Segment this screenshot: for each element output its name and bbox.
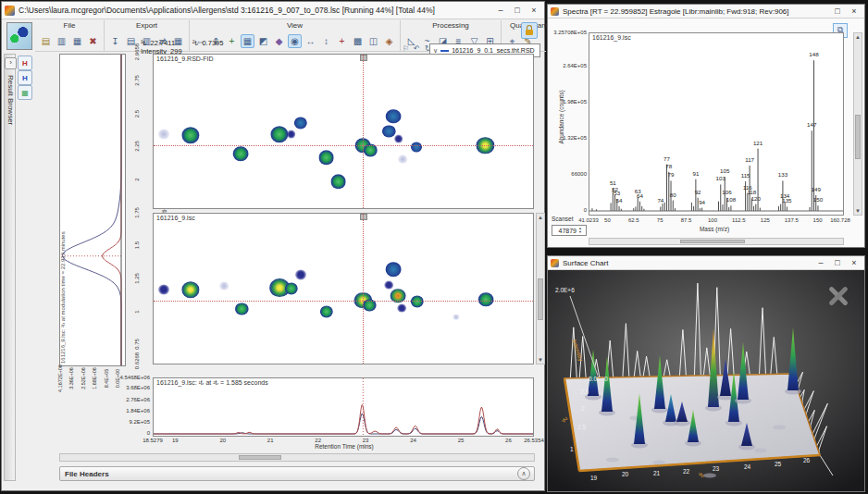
scanset-spinner[interactable]: 47879 ▲▼: [552, 225, 587, 236]
peak-blob[interactable]: [397, 303, 406, 312]
modulation-profile-plot[interactable]: 161216_9.lsc: ²tᵣ at modulation time = 2…: [59, 54, 126, 366]
surface-3d-chart[interactable]: 2.0E+60.0E+0Intensity2.521.51²tᵣ19202122…: [548, 270, 864, 491]
surface-maximize-button[interactable]: □: [830, 258, 845, 268]
crosshair-marker-icon[interactable]: [360, 55, 367, 61]
peak-blob[interactable]: [384, 281, 393, 290]
peak-blob[interactable]: [295, 270, 306, 280]
minimize-button[interactable]: –: [493, 5, 508, 17]
tick-label: 66000: [548, 171, 587, 177]
cursor-icon[interactable]: ◆: [272, 34, 286, 48]
surface-titlebar[interactable]: Surface Chart – □ ×: [548, 256, 864, 270]
peak-blob[interactable]: [453, 314, 459, 320]
fid-view-button[interactable]: H: [18, 70, 32, 85]
spectra-vscroll-thumb[interactable]: [855, 115, 861, 159]
spectra-horizontal-scrollbar[interactable]: [589, 238, 844, 245]
spectra-scroll-up-icon[interactable]: ▲: [854, 34, 862, 40]
result-browser-panel[interactable]: › Result Browser: [4, 54, 16, 481]
zoom-box-icon[interactable]: ▦: [241, 34, 254, 48]
peak-blob[interactable]: [285, 282, 298, 294]
spectra-maximize-button[interactable]: □: [830, 6, 845, 17]
spectrum-plot-area[interactable]: 161216_9.lsc 515253546364747778798091929…: [589, 32, 844, 216]
spinner-arrows-icon[interactable]: ▲▼: [578, 227, 586, 234]
spectra-titlebar[interactable]: Spectra [RT = 22.959852] Estragole [Libr…: [548, 5, 864, 19]
close-button[interactable]: ×: [527, 5, 541, 17]
app-launcher-icon[interactable]: [6, 22, 32, 50]
peak-blob[interactable]: [386, 109, 402, 123]
modulation-profile-chart: [60, 55, 125, 365]
expand-sidebar-button[interactable]: ›: [5, 57, 17, 69]
peak-blob[interactable]: [330, 174, 346, 188]
scroll-up-icon[interactable]: ▲: [537, 215, 544, 220]
grid-icon[interactable]: ▩: [351, 34, 365, 48]
peak-blob[interactable]: [394, 135, 403, 143]
rsd-view-button[interactable]: H: [18, 56, 32, 70]
vertical-scroll-thumb[interactable]: [538, 278, 543, 320]
crosshair-icon[interactable]: +: [335, 34, 349, 48]
save-icon[interactable]: ▥: [55, 34, 68, 48]
spectra-hscroll-thumb[interactable]: [680, 240, 745, 243]
undo-icon[interactable]: ↶: [414, 44, 423, 54]
palette-icon[interactable]: ◈: [382, 34, 396, 48]
export-data-icon[interactable]: ↧: [108, 34, 122, 48]
surface-title: Surface Chart: [563, 259, 812, 267]
peak-blob[interactable]: [271, 127, 289, 143]
expand-v-icon[interactable]: ↕: [319, 34, 333, 48]
horizontal-scroll-thumb[interactable]: [239, 455, 281, 460]
peak-blob[interactable]: [158, 130, 169, 140]
desktop: C:\Users\laura.mcgregor\Documents\Applic…: [0, 0, 868, 494]
peak-blob[interactable]: [398, 155, 407, 164]
svg-text:121: 121: [753, 140, 763, 146]
peak-blob[interactable]: [318, 151, 334, 165]
peak-blob[interactable]: [382, 125, 395, 137]
tick-label: 62.5: [619, 217, 649, 223]
crosshair-marker-icon[interactable]: [360, 214, 367, 220]
move-icon[interactable]: +: [225, 34, 239, 48]
spectra-vertical-scrollbar[interactable]: ▲ ▼: [853, 32, 862, 216]
file-headers-bar[interactable]: File Headers ∧: [59, 466, 535, 481]
peak-blob[interactable]: [219, 281, 229, 290]
close-file-icon[interactable]: ✖: [86, 34, 100, 48]
tick-label: 1.84E+06: [105, 408, 150, 414]
tick-label: 3.25708E+05: [548, 30, 587, 35]
main-titlebar[interactable]: C:\Users\laura.mcgregor\Documents\Applic…: [2, 2, 544, 19]
horizontal-scrollbar[interactable]: [59, 453, 535, 462]
expand-h-icon[interactable]: ↔: [304, 34, 317, 48]
tick-label: 26.5354: [519, 438, 549, 443]
peak-blob[interactable]: [181, 281, 199, 298]
tick-label: 112.5: [724, 217, 753, 223]
peak-blob[interactable]: [293, 117, 306, 129]
svg-text:79: 79: [668, 171, 675, 178]
spectra-scroll-down-icon[interactable]: ▼: [854, 208, 862, 214]
layers-icon[interactable]: ◫: [366, 34, 380, 48]
tab-processing[interactable]: Processing: [403, 20, 498, 30]
open-file-icon[interactable]: ▤: [39, 34, 53, 48]
tab-file[interactable]: File: [38, 20, 101, 30]
lock-icon[interactable]: [521, 22, 538, 39]
peak-blob[interactable]: [233, 147, 249, 161]
peak-blob[interactable]: [319, 305, 332, 317]
tab-view[interactable]: View: [192, 20, 397, 30]
peak-blob[interactable]: [386, 263, 402, 277]
spectra-close-button[interactable]: ×: [847, 6, 862, 17]
peak-blob[interactable]: [181, 128, 199, 144]
maximize-button[interactable]: □: [510, 5, 525, 17]
save-as-icon[interactable]: ▦: [70, 34, 84, 48]
collapse-chevron-icon[interactable]: ∧: [517, 467, 530, 480]
peak-blob[interactable]: [158, 284, 169, 294]
tab-export[interactable]: Export: [107, 20, 186, 30]
scroll-down-icon[interactable]: ▼: [537, 357, 544, 363]
compare-view-button[interactable]: ▦: [18, 85, 32, 100]
panel-vertical-scrollbar[interactable]: ▲ ▼: [536, 213, 545, 364]
zoom-chart-icon[interactable]: ◩: [256, 34, 270, 48]
chromatogram-2d-rsd-fid[interactable]: 161216_9.RSD-FID: [153, 54, 534, 209]
peak-blob[interactable]: [287, 130, 296, 139]
magnifier-icon[interactable]: ◉: [288, 34, 302, 48]
surface-minimize-button[interactable]: –: [813, 258, 828, 268]
peak-blob[interactable]: [235, 303, 248, 315]
chromatogram-2d-lsc[interactable]: 161216_9.lsc: [153, 213, 534, 364]
svg-text:20: 20: [622, 471, 629, 477]
peak-blob[interactable]: [411, 142, 422, 153]
flag-marker-icon[interactable]: ⚐: [403, 44, 412, 54]
surface-close-button[interactable]: ×: [847, 258, 862, 268]
chromatogram-1d-plot[interactable]: 161216_9.lsc: ¹tᵣ at ²tᵣ = 1.585 seconds: [153, 377, 534, 437]
